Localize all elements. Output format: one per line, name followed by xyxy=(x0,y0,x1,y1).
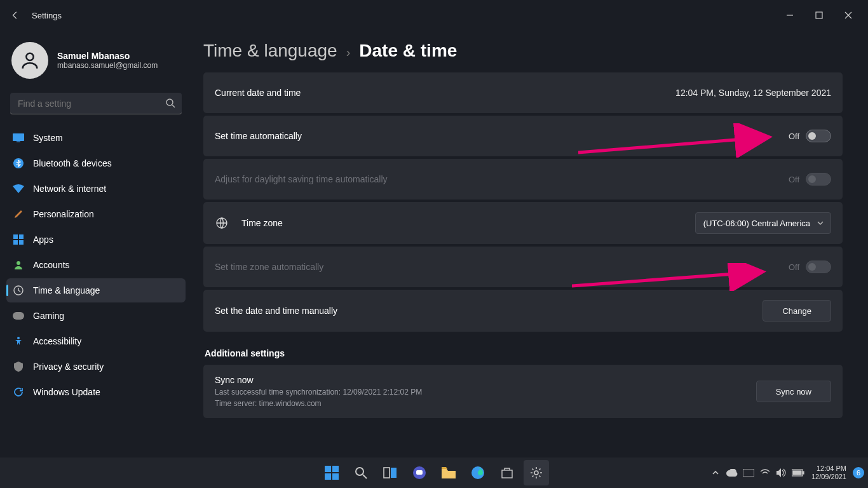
card-label: Time zone xyxy=(241,218,283,228)
edge-button[interactable] xyxy=(465,460,491,485)
globe-icon xyxy=(215,216,229,230)
user-block[interactable]: Samuel Mbanaso mbanaso.samuel@gmail.com xyxy=(6,36,186,90)
change-button[interactable]: Change xyxy=(763,300,831,322)
set-time-automatically-card: Set time automatically Off xyxy=(203,116,843,156)
sync-now-button[interactable]: Sync now xyxy=(756,381,831,402)
chevron-down-icon xyxy=(817,219,824,227)
search-input[interactable] xyxy=(10,93,182,114)
svg-rect-16 xyxy=(13,312,24,320)
wifi-icon xyxy=(760,469,770,477)
user-icon xyxy=(19,50,41,71)
start-button[interactable] xyxy=(319,460,344,485)
chat-icon xyxy=(412,466,426,480)
svg-rect-21 xyxy=(325,466,331,472)
nav-accounts[interactable]: Accounts xyxy=(6,253,186,277)
nav-network[interactable]: Network & internet xyxy=(6,177,186,201)
nav-personalization[interactable]: Personalization xyxy=(6,202,186,226)
toggle-state: Off xyxy=(789,132,799,141)
nav-time-language[interactable]: Time & language xyxy=(6,278,186,302)
window-title: Settings xyxy=(32,11,62,20)
set-timezone-automatically-card: Set time zone automatically Off xyxy=(203,247,843,287)
nav-privacy[interactable]: Privacy & security xyxy=(6,355,186,379)
svg-rect-24 xyxy=(332,473,339,480)
nav-bluetooth[interactable]: Bluetooth & devices xyxy=(6,151,186,175)
taskbar: 12:04 PM 12/09/2021 6 xyxy=(0,458,868,488)
svg-rect-30 xyxy=(416,470,423,475)
wifi-tray-icon[interactable] xyxy=(758,466,772,480)
language-tray-icon[interactable] xyxy=(742,466,756,480)
timezone-value: (UTC-06:00) Central America xyxy=(703,219,810,228)
maximize-button[interactable] xyxy=(804,5,834,25)
manual-datetime-card: Set the date and time manually Change xyxy=(203,290,843,332)
onedrive-tray-icon[interactable] xyxy=(725,466,739,480)
explorer-button[interactable] xyxy=(436,460,461,485)
timezone-dropdown[interactable]: (UTC-06:00) Central America xyxy=(695,212,831,234)
taskview-icon xyxy=(383,467,397,478)
back-button[interactable] xyxy=(5,5,25,25)
battery-icon xyxy=(792,469,804,477)
taskview-button[interactable] xyxy=(377,460,403,485)
nav-label: Accounts xyxy=(33,260,70,270)
chevron-right-icon: › xyxy=(346,45,351,60)
titlebar: Settings xyxy=(0,0,868,30)
chat-button[interactable] xyxy=(407,460,432,485)
svg-rect-27 xyxy=(384,468,390,478)
nav-apps[interactable]: Apps xyxy=(6,227,186,252)
tray-overflow[interactable] xyxy=(709,466,722,480)
clock-time: 12:04 PM xyxy=(811,464,846,473)
breadcrumb-parent[interactable]: Time & language xyxy=(203,41,337,61)
gear-icon xyxy=(529,466,543,480)
battery-tray-icon[interactable] xyxy=(791,466,805,480)
nav-windows-update[interactable]: Windows Update xyxy=(6,380,186,404)
additional-settings-heading: Additional settings xyxy=(205,348,841,358)
close-button[interactable] xyxy=(834,5,863,25)
minimize-icon xyxy=(786,11,794,19)
nav-accessibility[interactable]: Accessibility xyxy=(6,329,186,353)
nav-gaming[interactable]: Gaming xyxy=(6,304,186,328)
settings-button[interactable] xyxy=(524,460,549,485)
store-button[interactable] xyxy=(494,460,520,485)
nav-system[interactable]: System xyxy=(6,126,186,150)
toggle-state: Off xyxy=(789,175,799,184)
volume-tray-icon[interactable] xyxy=(775,466,789,480)
taskbar-clock[interactable]: 12:04 PM 12/09/2021 xyxy=(808,464,850,481)
sync-title: Sync now xyxy=(215,375,422,385)
clock-date: 12/09/2021 xyxy=(811,473,846,481)
sync-now-card: Sync now Last successful time synchroniz… xyxy=(203,365,843,418)
clock-globe-icon xyxy=(13,285,24,296)
nav-label: Accessibility xyxy=(33,336,81,346)
svg-line-6 xyxy=(172,105,175,107)
search-box[interactable] xyxy=(10,93,182,114)
maximize-icon xyxy=(815,11,823,19)
nav-label: Network & internet xyxy=(33,184,106,194)
close-icon xyxy=(844,11,852,19)
edge-icon xyxy=(471,466,485,480)
content-area: Time & language › Date & time Current da… xyxy=(191,30,868,458)
svg-rect-23 xyxy=(325,473,331,480)
nav-label: Gaming xyxy=(33,311,64,321)
svg-rect-1 xyxy=(816,12,822,18)
nav-label: System xyxy=(33,133,63,143)
keyboard-icon xyxy=(743,469,754,477)
dst-toggle xyxy=(806,173,831,186)
bluetooth-icon xyxy=(13,158,24,169)
svg-rect-13 xyxy=(19,240,24,245)
nav-label: Windows Update xyxy=(33,387,100,397)
apps-icon xyxy=(13,234,24,245)
search-icon xyxy=(355,466,367,479)
nav-label: Privacy & security xyxy=(33,362,104,372)
breadcrumb: Time & language › Date & time xyxy=(203,41,843,61)
current-datetime-value: 12:04 PM, Sunday, 12 September 2021 xyxy=(675,88,831,98)
card-label: Set time automatically xyxy=(215,131,302,141)
page-title: Date & time xyxy=(359,41,457,61)
svg-rect-8 xyxy=(17,141,20,142)
notification-badge[interactable]: 6 xyxy=(853,467,864,478)
nav-label: Bluetooth & devices xyxy=(33,158,112,168)
nav-list: System Bluetooth & devices Network & int… xyxy=(6,126,186,404)
minimize-button[interactable] xyxy=(775,5,804,25)
chevron-up-icon xyxy=(712,469,719,477)
search-button[interactable] xyxy=(348,460,374,485)
gaming-icon xyxy=(13,310,24,322)
svg-point-4 xyxy=(26,53,33,60)
set-time-auto-toggle[interactable] xyxy=(806,130,831,142)
